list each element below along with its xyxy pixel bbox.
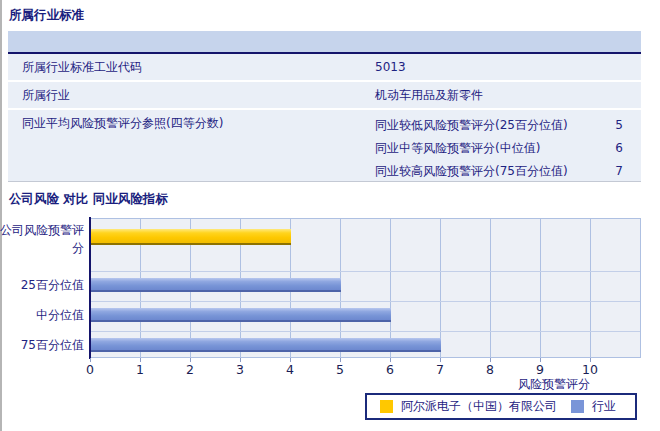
quartile-mid-value: 6: [589, 137, 641, 160]
x-tick-label: 9: [528, 362, 552, 377]
bar-75百分位值: [91, 338, 441, 352]
industry-name-value: 机动车用品及新零件: [375, 82, 641, 108]
x-tick-label: 0: [78, 362, 102, 377]
table-row: 同业平均风险预警评分参照(四等分数) 同业较低风险预警评分(25百分位值) 5 …: [8, 110, 641, 181]
peer-reference-label: 同业平均风险预警评分参照(四等分数): [8, 110, 375, 181]
x-tick-label: 10: [578, 362, 602, 377]
gridline: [440, 219, 441, 357]
table-header-band: [8, 31, 641, 54]
industry-risk-report: 所属行业标准 所属行业标准工业代码 5013 所属行业 机动车用品及新零件 同业…: [0, 0, 660, 431]
industry-code-value: 5013: [375, 54, 641, 80]
x-tick-label: 7: [428, 362, 452, 377]
industry-code-label: 所属行业标准工业代码: [8, 54, 375, 80]
x-tick-label: 8: [478, 362, 502, 377]
table-row: 所属行业 机动车用品及新零件: [8, 82, 641, 110]
x-tick-label: 2: [178, 362, 202, 377]
legend-item-industry: 行业: [571, 398, 616, 415]
legend-company-label: 阿尔派电子（中国）有限公司: [401, 398, 557, 415]
quartile-mid-label: 同业中等风险预警评分(中位值): [375, 137, 589, 160]
x-axis-title: 风险预警评分: [450, 376, 590, 393]
legend-industry-label: 行业: [592, 398, 616, 415]
category-separator: [91, 301, 640, 302]
quartile-low-label: 同业较低风险预警评分(25百分位值): [375, 114, 589, 137]
bar-公司风险预警评分: [91, 229, 291, 245]
industry-standard-section-title: 所属行业标准: [9, 7, 84, 24]
legend-item-company: 阿尔派电子（中国）有限公司: [380, 398, 557, 415]
company-color-swatch: [380, 400, 393, 413]
peer-reference-values: 同业较低风险预警评分(25百分位值) 5 同业中等风险预警评分(中位值) 6 同…: [375, 110, 641, 181]
chart-legend: 阿尔派电子（中国）有限公司 行业: [365, 393, 637, 420]
category-label-company-score: 公司风险预警评分: [0, 221, 84, 257]
x-tick-label: 6: [378, 362, 402, 377]
quartile-high-value: 7: [589, 160, 641, 183]
gridline: [590, 219, 591, 357]
category-separator: [91, 271, 640, 272]
bar-25百分位值: [91, 278, 341, 292]
x-tick-label: 1: [128, 362, 152, 377]
quartile-high-label: 同业较高风险预警评分(75百分位值): [375, 160, 589, 183]
industry-color-swatch: [571, 400, 584, 413]
gridline: [540, 219, 541, 357]
x-tick-label: 4: [278, 362, 302, 377]
quartile-line: 同业较高风险预警评分(75百分位值) 7: [375, 160, 641, 183]
gridline: [390, 219, 391, 357]
bar-中分位值: [91, 308, 391, 322]
quartile-low-value: 5: [589, 114, 641, 137]
table-row: 所属行业标准工业代码 5013: [8, 54, 641, 82]
category-separator: [91, 331, 640, 332]
industry-standard-table: 所属行业标准工业代码 5013 所属行业 机动车用品及新零件 同业平均风险预警评…: [8, 31, 641, 182]
plot-area: [91, 218, 641, 358]
window-left-edge: [0, 0, 2, 431]
gridline: [490, 219, 491, 357]
quartile-line: 同业较低风险预警评分(25百分位值) 5: [375, 114, 641, 137]
category-label-p25: 25百分位值: [0, 270, 84, 300]
category-label-median: 中分位值: [0, 300, 84, 330]
comparison-section-title: 公司风险 对比 同业风险指标: [9, 191, 168, 208]
x-tick-label: 3: [228, 362, 252, 377]
quartile-line: 同业中等风险预警评分(中位值) 6: [375, 137, 641, 160]
x-tick-label: 5: [328, 362, 352, 377]
category-label-p75: 75百分位值: [0, 330, 84, 360]
industry-name-label: 所属行业: [8, 82, 375, 108]
